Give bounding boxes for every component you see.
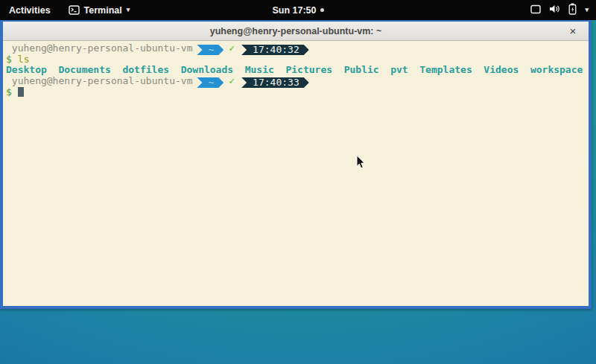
- chevron-down-icon: ▾: [585, 7, 589, 13]
- ls-output-line: DesktopDocumentsdotfilesDownloadsMusicPi…: [6, 65, 589, 76]
- prompt-time: 17:40:32: [253, 44, 299, 55]
- window-title: yuheng@henry-personal-ubuntu-vm: ~: [210, 26, 382, 36]
- desktop-background: Activities Terminal ▾ Sun 17:50: [0, 0, 596, 364]
- close-button[interactable]: ×: [566, 25, 580, 37]
- directory-name: Templates: [419, 64, 472, 75]
- directory-name: Videos: [484, 64, 519, 75]
- volume-icon: [549, 4, 560, 16]
- activities-button[interactable]: Activities: [0, 0, 60, 20]
- chevron-down-icon: ▾: [127, 7, 130, 13]
- directory-name: Documents: [58, 64, 110, 75]
- top-bar: Activities Terminal ▾ Sun 17:50: [0, 0, 596, 20]
- notification-dot-icon: [320, 8, 324, 12]
- terminal-cursor: [18, 87, 24, 97]
- prompt-line: yuheng@henry-personal-ubuntu-vm~✓17:40:3…: [6, 43, 589, 54]
- prompt-time-segment: 17:40:32: [241, 45, 309, 55]
- activities-label: Activities: [9, 5, 51, 16]
- app-menu-label: Terminal: [84, 5, 122, 16]
- window-titlebar[interactable]: yuheng@henry-personal-ubuntu-vm: ~ ×: [3, 22, 589, 41]
- prompt-user: yuheng@henry-personal-ubuntu-vm: [6, 75, 192, 86]
- prompt-time-segment: 17:40:33: [241, 77, 309, 88]
- status-check-icon: ✓: [229, 75, 235, 86]
- clock-label[interactable]: Sun 17:50: [272, 5, 316, 16]
- directory-name: Desktop: [6, 64, 47, 75]
- battery-charging-icon: [568, 3, 577, 17]
- directory-name: Pictures: [285, 64, 332, 75]
- directory-name: Music: [245, 64, 274, 75]
- directory-name: Public: [344, 64, 379, 75]
- prompt-directory-segment: ~: [197, 45, 224, 55]
- command-text: ls: [18, 54, 30, 65]
- prompt-time: 17:40:33: [253, 77, 299, 88]
- terminal-app-icon: [69, 5, 80, 15]
- directory-name: Downloads: [181, 64, 233, 75]
- prompt-directory: ~: [208, 44, 214, 55]
- terminal-content[interactable]: yuheng@henry-personal-ubuntu-vm~✓17:40:3…: [3, 41, 589, 306]
- prompt-symbol: $: [6, 54, 12, 65]
- prompt-user: yuheng@henry-personal-ubuntu-vm: [6, 42, 192, 54]
- app-menu-button[interactable]: Terminal ▾: [60, 0, 139, 20]
- command-line: $ls: [6, 54, 589, 66]
- input-line: $: [6, 87, 589, 98]
- terminal-window: yuheng@henry-personal-ubuntu-vm: ~ × yuh…: [0, 20, 592, 309]
- prompt-symbol: $: [6, 86, 12, 98]
- display-icon: [530, 4, 541, 16]
- status-check-icon: ✓: [229, 42, 235, 54]
- prompt-line: yuheng@henry-personal-ubuntu-vm~✓17:40:3…: [6, 76, 589, 87]
- directory-name: dotfiles: [122, 64, 169, 75]
- prompt-directory: ~: [208, 77, 214, 88]
- system-status-menu[interactable]: ▾: [523, 0, 596, 20]
- directory-name: workspace: [530, 64, 583, 75]
- prompt-directory-segment: ~: [197, 77, 224, 88]
- directory-name: pvt: [390, 64, 408, 75]
